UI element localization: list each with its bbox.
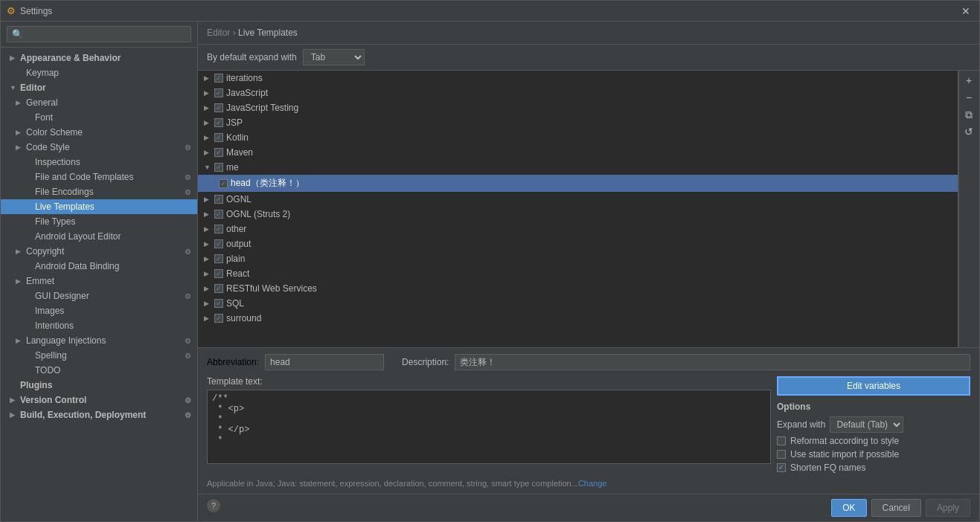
sidebar-item-plugins[interactable]: Plugins [1, 378, 197, 393]
gear-icon: ⚙ [185, 173, 191, 181]
copy-button[interactable]: ⧉ [959, 106, 979, 123]
sidebar-item-label: Spelling [35, 350, 67, 361]
sidebar-item-code-style[interactable]: ▶Code Style⚙ [1, 140, 197, 155]
arrow-icon: ▼ [10, 84, 17, 91]
sidebar-item-images[interactable]: Images [1, 303, 197, 318]
reformat-option-row: Reformat according to style [777, 436, 970, 446]
sidebar-item-android-layout-editor[interactable]: Android Layout Editor [1, 229, 197, 244]
template-list-item-restful[interactable]: ▶RESTful Web Services [198, 281, 958, 296]
sidebar-item-editor[interactable]: ▼Editor [1, 80, 197, 95]
reformat-checkbox[interactable] [777, 436, 786, 445]
expand-with-select[interactable]: Tab Space Enter [303, 49, 365, 65]
description-input[interactable] [455, 354, 970, 370]
sidebar-item-file-code-templates[interactable]: File and Code Templates⚙ [1, 170, 197, 184]
revert-button[interactable]: ↺ [959, 123, 979, 140]
template-checkbox[interactable] [214, 133, 223, 142]
template-list-item-me[interactable]: ▼me [198, 160, 958, 175]
template-list-item-jsp[interactable]: ▶JSP [198, 115, 958, 130]
template-list-item-sql[interactable]: ▶SQL [198, 296, 958, 311]
template-list-item-other[interactable]: ▶other [198, 222, 958, 236]
sidebar-item-language-injections[interactable]: ▶Language Injections⚙ [1, 333, 197, 348]
sidebar-item-file-types[interactable]: File Types [1, 214, 197, 229]
template-checkbox[interactable] [214, 225, 223, 233]
cancel-button[interactable]: Cancel [871, 499, 921, 517]
sidebar-item-gui-designer[interactable]: GUI Designer⚙ [1, 289, 197, 303]
template-label: other [226, 224, 246, 234]
template-checkbox[interactable] [214, 74, 223, 83]
gear-icon: ⚙ [185, 396, 191, 405]
expand-with-option-select[interactable]: Default (Tab) Tab Space Enter [830, 416, 903, 433]
template-checkbox[interactable] [214, 314, 223, 323]
template-checkbox[interactable] [214, 254, 223, 263]
sidebar-item-label: File Types [35, 216, 75, 227]
sidebar-item-spelling[interactable]: Spelling⚙ [1, 348, 197, 363]
template-list-item-head[interactable]: head（类注释！） [198, 175, 958, 192]
template-checkbox[interactable] [214, 163, 223, 172]
remove-button[interactable]: − [959, 89, 979, 106]
template-checkbox[interactable] [214, 195, 223, 204]
bottom-section: Abbreviation: Description: Template text… [198, 347, 979, 494]
change-link[interactable]: Change [578, 479, 607, 488]
sidebar-item-todo[interactable]: TODO [1, 363, 197, 378]
sidebar-item-general[interactable]: ▶General [1, 95, 197, 110]
edit-variables-button[interactable]: Edit variables [777, 376, 970, 396]
expand-with-option-label: Expand with [777, 419, 825, 430]
template-checkbox[interactable] [214, 210, 223, 219]
template-list-item-javascript[interactable]: ▶JavaScript [198, 86, 958, 100]
sidebar-item-label: Code Style [26, 142, 70, 152]
template-checkbox[interactable] [214, 269, 223, 278]
sidebar-item-label: Plugins [20, 380, 52, 390]
template-list-item-javascript-testing[interactable]: ▶JavaScript Testing [198, 100, 958, 115]
sidebar-item-android-data-binding[interactable]: Android Data Binding [1, 259, 197, 274]
sidebar-item-intentions[interactable]: Intentions [1, 318, 197, 333]
add-button[interactable]: + [959, 72, 979, 88]
expand-arrow-icon: ▶ [204, 210, 211, 218]
sidebar-item-live-templates[interactable]: Live Templates [1, 199, 197, 214]
close-button[interactable]: ✕ [958, 5, 973, 17]
template-list-item-plain[interactable]: ▶plain [198, 251, 958, 266]
template-list-item-iterations[interactable]: ▶iterations [198, 71, 958, 86]
sidebar-item-file-encodings[interactable]: File Encodings⚙ [1, 184, 197, 199]
sidebar-item-emmet[interactable]: ▶Emmet [1, 274, 197, 289]
sidebar-item-font[interactable]: Font [1, 110, 197, 125]
sidebar-item-label: Color Scheme [26, 127, 83, 138]
template-list-item-ognl-struts[interactable]: ▶OGNL (Struts 2) [198, 207, 958, 222]
expand-arrow-icon: ▶ [204, 315, 211, 322]
template-label: output [226, 239, 251, 249]
search-input[interactable] [7, 26, 191, 42]
sidebar-item-inspections[interactable]: Inspections [1, 155, 197, 170]
sidebar-item-build-exec-deploy[interactable]: ▶Build, Execution, Deployment⚙ [1, 407, 197, 422]
shorten-fq-checkbox[interactable]: ✓ [777, 463, 786, 472]
sidebar-item-color-scheme[interactable]: ▶Color Scheme [1, 125, 197, 140]
app-icon: ⚙ [7, 5, 16, 16]
static-import-checkbox[interactable] [777, 450, 786, 459]
template-list-item-kotlin[interactable]: ▶Kotlin [198, 130, 958, 145]
arrow-icon: ▶ [16, 99, 23, 106]
help-button[interactable]: ? [207, 499, 220, 512]
template-list-item-output[interactable]: ▶output [198, 236, 958, 251]
sidebar-item-keymap[interactable]: Keymap [1, 65, 197, 80]
template-checkbox[interactable] [214, 103, 223, 112]
template-checkbox[interactable] [214, 88, 223, 97]
template-checkbox[interactable] [214, 148, 223, 157]
ok-button[interactable]: OK [831, 499, 866, 517]
template-checkbox[interactable] [214, 284, 223, 293]
arrow-icon: ▶ [16, 337, 23, 344]
template-textarea[interactable]: /** * <p> * * </p> * [207, 390, 771, 464]
template-list-item-ognl[interactable]: ▶OGNL [198, 192, 958, 207]
template-label: surround [226, 313, 261, 323]
sidebar-item-appearance[interactable]: ▶Appearance & Behavior [1, 51, 197, 65]
template-checkbox[interactable] [214, 118, 223, 127]
sidebar-item-copyright[interactable]: ▶Copyright⚙ [1, 244, 197, 259]
template-list-item-surround[interactable]: ▶surround [198, 311, 958, 326]
main-panel: Editor › Live Templates By default expan… [198, 22, 979, 521]
template-list-item-react[interactable]: ▶React [198, 266, 958, 281]
options-title: Options [777, 402, 970, 412]
apply-button[interactable]: Apply [926, 499, 970, 517]
sidebar-item-version-control[interactable]: ▶Version Control⚙ [1, 393, 197, 407]
template-checkbox[interactable] [214, 299, 223, 308]
template-checkbox[interactable] [219, 179, 228, 188]
template-list-item-maven[interactable]: ▶Maven [198, 145, 958, 160]
abbreviation-input[interactable] [265, 354, 384, 370]
template-checkbox[interactable] [214, 239, 223, 248]
